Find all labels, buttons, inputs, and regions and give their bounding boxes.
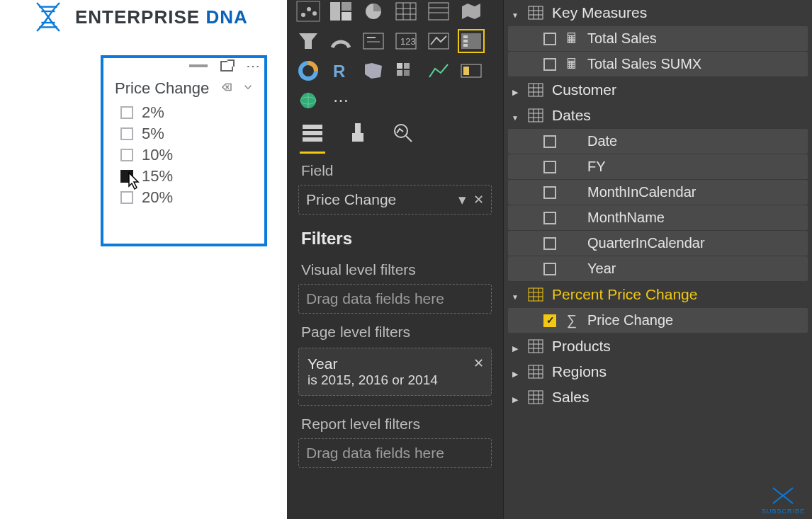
table-dates[interactable]: Dates [504,103,812,128]
slicer-icon[interactable] [458,30,484,52]
svg-rect-79 [529,391,543,404]
chevron-down-icon[interactable]: ▾ [458,191,466,208]
field-item-price-change[interactable]: ∑Price Change [508,308,808,333]
donut-chart-icon[interactable] [295,59,321,82]
svg-rect-11 [342,2,351,11]
slicer-option[interactable]: 5% [120,123,257,144]
card-visual-icon[interactable] [458,59,484,82]
analytics-tab[interactable] [390,120,416,154]
more-visuals-icon[interactable]: ⋯ [328,89,354,112]
checkbox-icon[interactable] [120,149,133,161]
filters-header: Filters [287,216,503,253]
field-item[interactable]: FY [508,154,808,179]
slicer-option[interactable]: 10% [120,144,257,166]
field-item[interactable]: QuarterInCalendar [508,231,808,256]
svg-rect-54 [529,84,543,96]
filled-map-icon[interactable] [458,0,484,23]
svg-rect-46 [355,123,361,133]
svg-text:R: R [333,62,345,81]
svg-rect-44 [303,131,322,135]
checkbox-icon[interactable] [543,33,556,45]
checkbox-icon[interactable] [543,135,556,148]
slicer-visual[interactable]: ⋯ Price Change 2% 5% 10% 15% 20% [101,55,267,246]
report-canvas: ENTERPRISE DNA ⋯ Price Change 2% 5% 10% … [0,0,280,519]
svg-rect-31 [463,44,468,47]
checkbox-icon[interactable] [543,186,556,199]
table-sales[interactable]: Sales [504,384,812,410]
checkbox-icon[interactable] [543,161,556,173]
remove-filter-icon[interactable]: ✕ [473,355,484,371]
table-heatmap-icon[interactable] [393,59,419,82]
scatter-chart-icon[interactable] [295,0,321,23]
visual-filters-label: Visual level filters [287,253,503,283]
expand-icon[interactable] [511,81,519,98]
r-visual-icon[interactable]: R [328,59,354,82]
chevron-down-icon[interactable] [242,81,254,96]
field-item[interactable]: 🖩Total Sales SUMX [508,52,808,76]
field-item[interactable]: Date [508,129,808,154]
pie-chart-icon[interactable] [361,0,386,23]
table-percent-price-change[interactable]: Percent Price Change [504,282,812,307]
card-icon[interactable] [361,30,386,52]
checkbox-icon[interactable] [120,170,133,183]
page-filters-well[interactable] [298,399,492,406]
more-options-icon[interactable]: ⋯ [246,59,260,73]
clear-selection-icon[interactable] [220,81,233,96]
line-chart-icon[interactable] [426,59,451,82]
table-products[interactable]: Products [504,333,812,359]
expand-icon[interactable] [511,107,519,124]
checkbox-icon[interactable] [120,127,133,140]
table-icon [528,6,543,20]
format-tabs [287,115,503,154]
kpi-icon[interactable] [426,30,451,52]
checkbox-icon[interactable] [543,212,556,224]
table-icon [528,390,543,404]
brand-logo: ENTERPRISE DNA [30,0,248,34]
expand-icon[interactable] [511,363,519,380]
slicer-option[interactable]: 20% [120,187,257,208]
table-icon [528,83,543,97]
field-well[interactable]: Price Change ▾ ✕ [298,185,492,215]
funnel-icon[interactable] [295,30,321,52]
field-item[interactable]: MonthName [508,205,808,230]
visual-filters-well[interactable]: Drag data fields here [298,284,492,314]
table-customer[interactable]: Customer [504,77,812,103]
measure-icon: 🖩 [565,58,579,71]
gauge-icon[interactable] [328,30,354,52]
expand-icon[interactable] [511,4,519,21]
field-item[interactable]: 🖩Total Sales [508,26,808,51]
globe-icon[interactable] [295,89,321,112]
expand-icon[interactable] [511,286,519,303]
checkbox-icon[interactable] [543,58,556,71]
expand-icon[interactable] [511,389,519,406]
table-icon[interactable] [426,0,451,23]
field-item[interactable]: MonthInCalendar [508,180,808,205]
svg-rect-14 [396,3,416,20]
svg-rect-39 [463,67,469,75]
table-regions[interactable]: Regions [504,359,812,384]
format-tab[interactable] [345,120,371,154]
remove-field-icon[interactable]: ✕ [473,192,484,207]
focus-mode-icon[interactable] [220,61,233,72]
treemap-icon[interactable] [328,0,354,23]
svg-text:123: 123 [400,36,416,47]
checkbox-icon[interactable] [120,191,133,204]
table-key-measures[interactable]: Key Measures [504,0,812,25]
checkbox-icon[interactable] [120,106,133,119]
slicer-option[interactable]: 2% [120,102,257,123]
page-filter-card[interactable]: ✕ Year is 2015, 2016 or 2014 [298,348,492,396]
matrix-icon[interactable] [393,0,419,23]
checkbox-icon[interactable] [543,314,556,327]
field-item[interactable]: Year [508,256,808,281]
logo-word-1: ENTERPRISE [75,6,200,28]
multi-row-card-icon[interactable]: 123 [393,30,419,52]
fields-tab[interactable] [300,120,325,154]
drag-handle-icon[interactable] [189,64,208,67]
subscribe-badge[interactable]: SUBSCRIBE [762,485,805,515]
checkbox-icon[interactable] [543,237,556,250]
report-filters-well[interactable]: Drag data fields here [298,438,492,468]
expand-icon[interactable] [511,338,519,355]
slicer-option[interactable]: 15% [120,166,257,187]
shape-map-icon[interactable] [361,59,386,82]
checkbox-icon[interactable] [543,263,556,275]
